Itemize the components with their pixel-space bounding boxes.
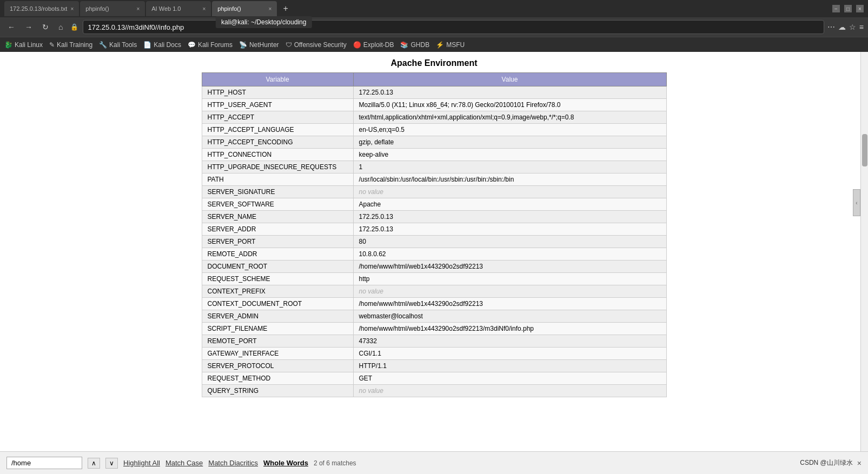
bookmark-label: NetHunter bbox=[249, 41, 279, 49]
minimize-button[interactable]: − bbox=[832, 5, 840, 12]
table-row: REMOTE_ADDR10.8.0.62 bbox=[202, 248, 666, 261]
table-cell-variable: HTTP_UPGRADE_INSECURE_REQUESTS bbox=[202, 161, 353, 173]
table-row: HTTP_USER_AGENTMozilla/5.0 (X11; Linux x… bbox=[202, 99, 666, 111]
browser-toolbar: ← → ↻ ⌂ 🔒 ⋯ ☁ ☆ ≡ bbox=[0, 17, 868, 37]
maximize-button[interactable]: □ bbox=[844, 5, 852, 12]
match-case-option[interactable]: Match Case bbox=[165, 459, 203, 467]
bookmark-offensive-security[interactable]: 🛡 Offensive Security bbox=[286, 41, 347, 49]
tabs-area: 172.25.0.13/robots.txt × phpinfo() × AI … bbox=[4, 1, 830, 16]
tab-close-icon[interactable]: × bbox=[136, 6, 140, 12]
table-cell-value: en-US,en;q=0.5 bbox=[353, 124, 666, 136]
table-row: PATH/usr/local/sbin:/usr/local/bin:/usr/… bbox=[202, 173, 666, 186]
tab-tooltip: kali@kali: ~/Desktop/clouding bbox=[216, 16, 312, 28]
table-cell-variable: PATH bbox=[202, 173, 353, 186]
tab-phpinfo2[interactable]: phpinfo() × kali@kali: ~/Desktop/cloudin… bbox=[212, 1, 277, 16]
bookmark-kali-forums[interactable]: 💬 Kali Forums bbox=[188, 41, 233, 49]
new-tab-button[interactable]: + bbox=[278, 1, 293, 16]
table-cell-variable: QUERY_STRING bbox=[202, 385, 353, 397]
table-row: SERVER_PROTOCOLHTTP/1.1 bbox=[202, 360, 666, 372]
bookmark-exploit-db[interactable]: 🔴 Exploit-DB bbox=[353, 41, 394, 49]
bookmark-label: GHDB bbox=[410, 41, 429, 49]
table-cell-value: 172.25.0.13 bbox=[353, 86, 666, 99]
table-cell-value: 172.25.0.13 bbox=[353, 211, 666, 223]
bookmark-label: Kali Linux bbox=[15, 41, 43, 49]
find-down-button[interactable]: ∨ bbox=[105, 458, 118, 469]
bookmark-icon: 📡 bbox=[239, 41, 247, 49]
bookmark-kali-linux[interactable]: 🐉 Kali Linux bbox=[4, 41, 43, 49]
table-cell-variable: SCRIPT_FILENAME bbox=[202, 323, 353, 335]
table-row: HTTP_UPGRADE_INSECURE_REQUESTS1 bbox=[202, 161, 666, 173]
table-cell-value: gzip, deflate bbox=[353, 136, 666, 149]
match-diacritics-option[interactable]: Match Diacritics bbox=[208, 459, 258, 467]
bookmark-icon: ✎ bbox=[49, 41, 55, 49]
table-cell-value: 172.25.0.13 bbox=[353, 223, 666, 236]
bookmark-ghdb[interactable]: 📚 GHDB bbox=[400, 41, 429, 49]
table-cell-value: 47332 bbox=[353, 335, 666, 348]
table-cell-variable: SERVER_SOFTWARE bbox=[202, 198, 353, 211]
table-cell-variable: GATEWAY_INTERFACE bbox=[202, 348, 353, 360]
star-icon[interactable]: ☆ bbox=[849, 23, 856, 31]
table-cell-variable: REQUEST_SCHEME bbox=[202, 273, 353, 285]
table-cell-variable: REQUEST_METHOD bbox=[202, 372, 353, 385]
table-row: SERVER_ADMINwebmaster@localhost bbox=[202, 310, 666, 323]
table-cell-variable: HTTP_ACCEPT_ENCODING bbox=[202, 136, 353, 149]
table-cell-variable: SERVER_ADMIN bbox=[202, 310, 353, 323]
col-header-value: Value bbox=[353, 73, 666, 86]
table-cell-value: /home/www/html/web1x443290o2sdf92213 bbox=[353, 261, 666, 273]
bookmark-icon: 🔴 bbox=[353, 41, 361, 49]
bookmark-kali-training[interactable]: ✎ Kali Training bbox=[49, 41, 92, 49]
tab-close-icon[interactable]: × bbox=[70, 6, 74, 12]
bookmark-label: MSFU bbox=[446, 41, 465, 49]
bookmark-kali-tools[interactable]: 🔧 Kali Tools bbox=[99, 41, 137, 49]
table-cell-value: no value bbox=[353, 385, 666, 397]
bookmark-label: Exploit-DB bbox=[363, 41, 394, 49]
find-input[interactable] bbox=[6, 457, 82, 469]
forward-button[interactable]: → bbox=[22, 22, 36, 32]
table-cell-variable: REMOTE_ADDR bbox=[202, 248, 353, 261]
table-row: HTTP_ACCEPT_ENCODINGgzip, deflate bbox=[202, 136, 666, 149]
table-cell-value: GET bbox=[353, 372, 666, 385]
table-cell-value: no value bbox=[353, 186, 666, 198]
back-button[interactable]: ← bbox=[4, 22, 18, 32]
side-panel-tab[interactable]: ‹ bbox=[853, 189, 860, 216]
table-cell-value: no value bbox=[353, 285, 666, 298]
table-cell-variable: SERVER_SIGNATURE bbox=[202, 186, 353, 198]
find-up-button[interactable]: ∧ bbox=[88, 458, 100, 469]
tab-close-icon[interactable]: × bbox=[202, 6, 206, 12]
table-row: SERVER_NAME172.25.0.13 bbox=[202, 211, 666, 223]
extensions-icon: ⋯ bbox=[827, 23, 835, 31]
table-cell-variable: SERVER_PORT bbox=[202, 236, 353, 248]
scrollbar-thumb[interactable] bbox=[862, 134, 867, 166]
table-row: CONTEXT_DOCUMENT_ROOT/home/www/html/web1… bbox=[202, 298, 666, 310]
tab-close-icon[interactable]: × bbox=[268, 6, 271, 12]
tab-phpinfo1[interactable]: phpinfo() × bbox=[80, 1, 145, 16]
lock-icon: 🔒 bbox=[69, 23, 79, 31]
home-button[interactable]: ⌂ bbox=[55, 22, 66, 32]
address-bar[interactable] bbox=[83, 20, 824, 34]
bookmark-nethunter[interactable]: 📡 NetHunter bbox=[239, 41, 279, 49]
menu-icon[interactable]: ≡ bbox=[859, 23, 864, 31]
tab-aiweb[interactable]: AI Web 1.0 × bbox=[146, 1, 211, 16]
table-cell-variable: SERVER_PROTOCOL bbox=[202, 360, 353, 372]
tab-robots[interactable]: 172.25.0.13/robots.txt × bbox=[4, 1, 79, 16]
bookmark-kali-docs[interactable]: 📄 Kali Docs bbox=[143, 41, 181, 49]
table-cell-value: keep-alive bbox=[353, 149, 666, 161]
table-cell-variable: SERVER_NAME bbox=[202, 211, 353, 223]
whole-words-option[interactable]: Whole Words bbox=[263, 459, 308, 467]
reload-button[interactable]: ↻ bbox=[39, 22, 52, 32]
apache-table: Variable Value HTTP_HOST172.25.0.13HTTP_… bbox=[202, 72, 667, 397]
find-close-button[interactable]: × bbox=[857, 459, 862, 468]
table-cell-variable: HTTP_HOST bbox=[202, 86, 353, 99]
bookmark-label: Kali Forums bbox=[198, 41, 233, 49]
find-bar: ∧ ∨ Highlight All Match Case Match Diacr… bbox=[0, 451, 868, 474]
table-row: REQUEST_METHODGET bbox=[202, 372, 666, 385]
highlight-all-option[interactable]: Highlight All bbox=[123, 459, 160, 467]
table-cell-variable: REMOTE_PORT bbox=[202, 335, 353, 348]
bookmark-label: Kali Tools bbox=[109, 41, 137, 49]
table-row: SERVER_SOFTWAREApache bbox=[202, 198, 666, 211]
close-button[interactable]: × bbox=[856, 5, 864, 12]
table-cell-variable: HTTP_ACCEPT bbox=[202, 111, 353, 124]
scrollbar[interactable] bbox=[860, 52, 868, 451]
bookmark-label: Kali Docs bbox=[154, 41, 181, 49]
bookmark-msfu[interactable]: ⚡ MSFU bbox=[436, 41, 465, 49]
